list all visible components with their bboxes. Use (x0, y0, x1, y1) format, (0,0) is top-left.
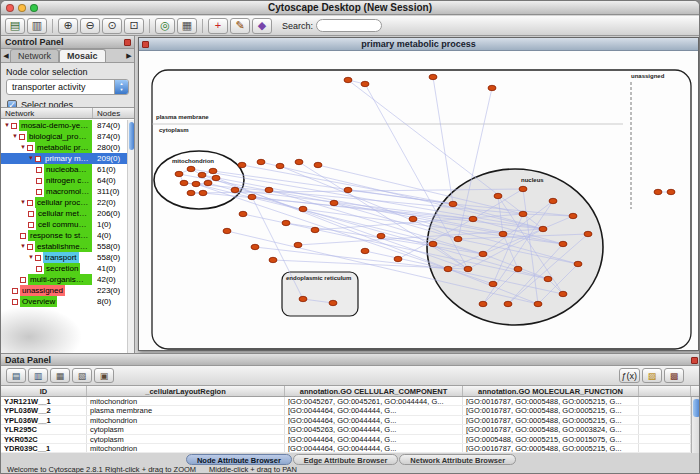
zoom-selected-icon[interactable]: ⊙ (102, 18, 122, 34)
chevron-down-icon[interactable]: ▲▼ (114, 80, 128, 94)
table-scrollbar[interactable] (691, 397, 700, 453)
column-header-id[interactable]: ID (1, 386, 87, 396)
float-panel-button[interactable] (124, 39, 131, 46)
vizmapper-icon[interactable]: ◆ (252, 18, 272, 34)
create-network-icon[interactable]: + (208, 18, 228, 34)
network-node[interactable] (329, 300, 337, 305)
zoom-fit-icon[interactable]: ⊡ (124, 18, 144, 34)
network-node[interactable] (299, 296, 307, 301)
network-node[interactable] (539, 226, 547, 231)
network-node[interactable] (187, 190, 195, 195)
network-node[interactable] (377, 233, 385, 238)
delete-attribute-icon[interactable]: ▧ (72, 368, 92, 383)
network-node[interactable] (464, 266, 472, 271)
select-attributes-icon[interactable]: ▤ (6, 368, 26, 383)
open-session-icon[interactable]: ▥ (27, 18, 47, 34)
column-header-annotation-go-molecular-function[interactable]: annotation.GO MOLECULAR_FUNCTION (463, 386, 639, 396)
map-attributes-icon[interactable]: ▩ (664, 368, 684, 383)
tab-scroll-right-icon[interactable]: ▶ (125, 49, 133, 62)
network-node[interactable] (299, 206, 307, 211)
show-graphics-details-icon[interactable]: ◎ (155, 18, 175, 34)
network-node[interactable] (295, 159, 303, 164)
network-node[interactable] (199, 190, 207, 195)
network-node[interactable] (187, 166, 195, 171)
network-node[interactable] (361, 248, 369, 253)
network-node[interactable] (294, 242, 302, 247)
network-node[interactable] (479, 301, 487, 306)
network-node[interactable] (469, 216, 477, 221)
search-input[interactable] (316, 19, 382, 32)
network-node[interactable] (667, 189, 675, 194)
new-session-icon[interactable]: ▤ (5, 18, 25, 34)
tree-row-transport[interactable]: ▼transport558(0) (1, 252, 127, 263)
network-node[interactable] (269, 257, 277, 262)
tree-scrollbar-thumb[interactable] (129, 122, 134, 150)
table-scrollbar-thumb[interactable] (693, 399, 700, 417)
network-node[interactable] (559, 291, 567, 296)
import-attributes-icon[interactable]: ▨ (642, 368, 662, 383)
column-header-cellularlayoutregion[interactable]: _cellularLayoutRegion (87, 386, 285, 396)
table-row[interactable]: YLR295Ccytoplasm[GO:0045263, GO:0044444,… (1, 425, 691, 434)
tree-expander-icon[interactable]: ▼ (20, 197, 27, 208)
tree-expander-icon[interactable]: ▼ (28, 153, 35, 164)
network-overview-icon[interactable]: ▦ (177, 18, 197, 34)
network-node[interactable] (488, 85, 496, 90)
create-attribute-icon[interactable]: ▦ (50, 368, 70, 383)
network-node[interactable] (192, 181, 200, 186)
tree-scrollbar[interactable] (127, 120, 134, 353)
tree-row-cellular-metabo[interactable]: cellular metabo...206(0) (1, 208, 127, 219)
zoom-in-icon[interactable]: ⊕ (58, 18, 78, 34)
network-node[interactable] (654, 189, 662, 194)
network-node[interactable] (248, 194, 256, 199)
table-row[interactable]: YPL036W__2plasma membrane[GO:0044464, GO… (1, 406, 691, 415)
unselect-attributes-icon[interactable]: ▥ (28, 368, 48, 383)
tab-node-attribute-browser[interactable]: Node Attribute Browser (186, 454, 292, 465)
network-node[interactable] (544, 276, 552, 281)
panel-tab-mosaic[interactable]: Mosaic (59, 49, 106, 62)
network-node[interactable] (314, 162, 322, 167)
network-node[interactable] (569, 213, 577, 218)
tree-expander-icon[interactable]: ▼ (12, 131, 19, 142)
tree-row-unassigned[interactable]: unassigned223(0) (1, 285, 127, 296)
network-graph[interactable]: plasma membranecytoplasmmitochondrionnuc… (139, 51, 698, 351)
clear-attribute-icon[interactable]: ▣ (94, 368, 114, 383)
float-data-panel-button[interactable] (691, 357, 698, 364)
network-node[interactable] (361, 81, 369, 86)
function-builder-icon[interactable]: ƒ(x) (619, 368, 641, 383)
network-node[interactable] (344, 187, 352, 192)
window-titlebar[interactable]: Cytoscape Desktop (New Session) (1, 1, 699, 15)
network-node[interactable] (429, 241, 437, 246)
network-node[interactable] (198, 172, 206, 177)
tab-edge-attribute-browser[interactable]: Edge Attribute Browser (293, 454, 398, 465)
network-node[interactable] (180, 180, 188, 185)
network-node[interactable] (584, 231, 592, 236)
network-node[interactable] (204, 180, 212, 185)
network-node[interactable] (239, 211, 247, 216)
close-network-view-button[interactable] (142, 41, 149, 48)
network-node[interactable] (499, 231, 507, 236)
tree-row-response-to-stimul[interactable]: response to stimul...4(0) (1, 230, 127, 241)
network-node[interactable] (223, 228, 231, 233)
network-node[interactable] (265, 187, 273, 192)
panel-tab-network[interactable]: Network (10, 49, 59, 62)
tree-row-secretion[interactable]: secretion41(0) (1, 263, 127, 274)
tree-row-primary-metab[interactable]: ▼primary metab...209(0) (1, 153, 127, 164)
network-node[interactable] (238, 162, 246, 167)
tree-expander-icon[interactable]: ▼ (4, 120, 11, 131)
tree-expander-icon[interactable]: ▼ (28, 252, 35, 263)
network-node[interactable] (559, 241, 567, 246)
network-node[interactable] (519, 211, 527, 216)
network-node[interactable] (514, 266, 522, 271)
network-node[interactable] (175, 171, 183, 176)
table-row[interactable]: YKR052Ccytoplasm[GO:0044464, GO:0044444,… (1, 435, 691, 444)
network-node[interactable] (504, 301, 512, 306)
network-node[interactable] (449, 201, 457, 206)
network-node[interactable] (494, 193, 502, 198)
zoom-out-icon[interactable]: ⊖ (80, 18, 100, 34)
network-node[interactable] (231, 187, 239, 192)
network-node[interactable] (479, 251, 487, 256)
tree-expander-icon[interactable]: ▼ (20, 142, 27, 153)
tree-row-nitrogen-compo[interactable]: nitrogen compo...64(0) (1, 175, 127, 186)
tree-row-cellular-process[interactable]: ▼cellular process22(0) (1, 197, 127, 208)
network-node[interactable] (212, 175, 220, 180)
